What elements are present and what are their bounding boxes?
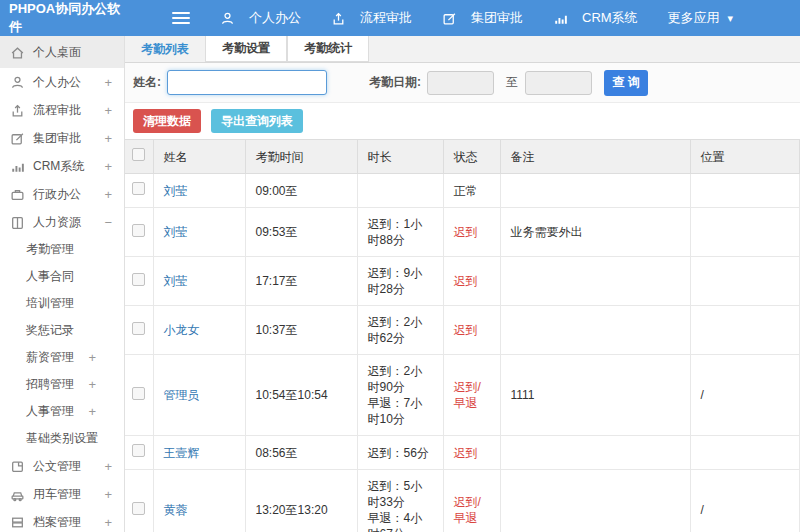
clean-data-button[interactable]: 清理数据 bbox=[133, 109, 201, 133]
nav-item-workflow-approval[interactable]: 流程审批 bbox=[331, 9, 412, 27]
expand-toggle[interactable]: + bbox=[104, 187, 112, 202]
sidebar-item-crm[interactable]: CRM系统 + bbox=[0, 152, 124, 180]
car-icon bbox=[10, 487, 25, 502]
sidebar-item-label: 公文管理 bbox=[33, 458, 81, 475]
col-header-name: 姓名 bbox=[153, 140, 245, 174]
query-button[interactable]: 查 询 bbox=[604, 70, 648, 96]
action-bar: 清理数据 导出查询列表 bbox=[125, 103, 800, 139]
sidebar-subitem-recruit-mgmt[interactable]: 招聘管理 + bbox=[0, 371, 124, 398]
sidebar-item-label: 集团审批 bbox=[33, 130, 81, 147]
status: 迟到 bbox=[443, 436, 500, 470]
sidebar-item-archive-mgmt[interactable]: 档案管理 + bbox=[0, 508, 124, 532]
nav-item-label: 更多应用 bbox=[668, 9, 720, 27]
nav-item-label: 个人办公 bbox=[249, 9, 301, 27]
sidebar-subitem-attendance-mgmt[interactable]: 考勤管理 bbox=[0, 236, 124, 263]
col-header-status: 状态 bbox=[443, 140, 500, 174]
row-checkbox[interactable] bbox=[132, 444, 145, 457]
employee-name-link[interactable]: 小龙女 bbox=[164, 323, 200, 337]
row-checkbox[interactable] bbox=[132, 224, 145, 237]
employee-name-link[interactable]: 管理员 bbox=[164, 388, 200, 402]
sidebar-item-label: 流程审批 bbox=[33, 102, 81, 119]
expand-toggle[interactable]: + bbox=[104, 75, 112, 90]
col-header-duration: 时长 bbox=[357, 140, 443, 174]
expand-toggle[interactable]: + bbox=[104, 159, 112, 174]
expand-toggle[interactable]: + bbox=[104, 515, 112, 530]
tab-attendance-stats[interactable]: 考勤统计 bbox=[287, 36, 369, 62]
sidebar-subitem-personnel-mgmt[interactable]: 人事管理 + bbox=[0, 398, 124, 425]
col-header-note: 备注 bbox=[500, 140, 690, 174]
employee-name-link[interactable]: 黄蓉 bbox=[164, 503, 188, 517]
select-all-checkbox[interactable] bbox=[132, 148, 145, 161]
expand-toggle[interactable]: + bbox=[104, 459, 112, 474]
sidebar-item-vehicle-mgmt[interactable]: 用车管理 + bbox=[0, 480, 124, 508]
expand-toggle[interactable]: + bbox=[88, 431, 96, 446]
nav-item-group-approval[interactable]: 集团审批 bbox=[442, 9, 523, 27]
attendance-time: 09:53至 bbox=[245, 208, 357, 257]
sidebar-item-workflow-approval[interactable]: 流程审批 + bbox=[0, 96, 124, 124]
nav-item-label: CRM系统 bbox=[582, 9, 638, 27]
table-row: 刘莹 09:53至 迟到：1小时88分 迟到 业务需要外出 bbox=[125, 208, 800, 257]
table-row: 刘莹 09:00至 正常 bbox=[125, 174, 800, 208]
expand-toggle[interactable]: + bbox=[88, 350, 96, 365]
sidebar-subitem-base-category-settings[interactable]: 基础类别设置 + bbox=[0, 425, 124, 452]
employee-name-link[interactable]: 刘莹 bbox=[164, 225, 188, 239]
employee-name-link[interactable]: 刘莹 bbox=[164, 274, 188, 288]
expand-toggle[interactable]: + bbox=[88, 404, 96, 419]
content-area: 考勤列表 考勤设置 考勤统计 姓名: 考勤日期: 至 查 询 清理数据 导出查询… bbox=[125, 36, 800, 532]
collapse-toggle[interactable]: − bbox=[104, 215, 112, 230]
tab-strip: 考勤列表 考勤设置 考勤统计 bbox=[125, 36, 800, 63]
tab-attendance-list[interactable]: 考勤列表 bbox=[125, 36, 205, 62]
row-checkbox[interactable] bbox=[132, 322, 145, 335]
hr-submenu: 考勤管理 人事合同 培训管理 奖惩记录 薪资管理 + bbox=[0, 236, 124, 452]
filter-bar: 姓名: 考勤日期: 至 查 询 bbox=[125, 63, 800, 103]
employee-name-link[interactable]: 王壹辉 bbox=[164, 446, 200, 460]
sidebar-subitem-training-mgmt[interactable]: 培训管理 bbox=[0, 290, 124, 317]
sidebar-item-group-approval[interactable]: 集团审批 + bbox=[0, 124, 124, 152]
sidebar-subitem-salary-mgmt[interactable]: 薪资管理 + bbox=[0, 344, 124, 371]
sidebar-item-personal-desktop[interactable]: 个人桌面 bbox=[0, 36, 124, 68]
export-list-button[interactable]: 导出查询列表 bbox=[211, 109, 303, 133]
sidebar-item-personal-office[interactable]: 个人办公 + bbox=[0, 68, 124, 96]
duration: 迟到：9小时28分 bbox=[357, 257, 443, 306]
workflow-icon bbox=[331, 11, 346, 26]
to-label: 至 bbox=[506, 74, 518, 91]
row-checkbox[interactable] bbox=[132, 502, 145, 515]
status: 迟到 bbox=[443, 257, 500, 306]
duration: 迟到：2小时90分早退：7小时10分 bbox=[357, 355, 443, 436]
hamburger-menu-icon[interactable] bbox=[172, 12, 190, 24]
edit-icon bbox=[10, 131, 25, 146]
expand-toggle[interactable]: + bbox=[104, 487, 112, 502]
bar-chart-icon bbox=[10, 159, 25, 174]
attendance-table: 姓名 考勤时间 时长 状态 备注 位置 刘莹 09:00至 bbox=[125, 139, 800, 532]
sidebar-subitem-reward-records[interactable]: 奖惩记录 bbox=[0, 317, 124, 344]
employee-name-link[interactable]: 刘莹 bbox=[164, 184, 188, 198]
nav-item-crm[interactable]: CRM系统 bbox=[553, 9, 638, 27]
tab-attendance-settings[interactable]: 考勤设置 bbox=[205, 36, 287, 62]
row-checkbox[interactable] bbox=[132, 182, 145, 195]
sidebar-item-document-mgmt[interactable]: 公文管理 + bbox=[0, 452, 124, 480]
status: 迟到 bbox=[443, 208, 500, 257]
briefcase-icon bbox=[10, 187, 25, 202]
nav-item-more-apps[interactable]: 更多应用 ▾ bbox=[668, 9, 734, 27]
sidebar-item-label: 个人办公 bbox=[33, 74, 81, 91]
date-to-input[interactable] bbox=[525, 71, 592, 95]
bar-chart-icon bbox=[553, 11, 568, 26]
expand-toggle[interactable]: + bbox=[88, 377, 96, 392]
sidebar-item-label: 行政办公 bbox=[33, 186, 81, 203]
date-from-input[interactable] bbox=[427, 71, 494, 95]
row-checkbox[interactable] bbox=[132, 387, 145, 400]
duration: 迟到：5小时33分早退：4小时67分 bbox=[357, 470, 443, 532]
row-checkbox[interactable] bbox=[132, 273, 145, 286]
name-input[interactable] bbox=[167, 70, 327, 95]
expand-toggle[interactable]: + bbox=[104, 131, 112, 146]
nav-item-personal-office[interactable]: 个人办公 bbox=[220, 9, 301, 27]
status: 迟到 bbox=[443, 306, 500, 355]
sidebar-item-admin-office[interactable]: 行政办公 + bbox=[0, 180, 124, 208]
sidebar-subitem-label: 人事管理 bbox=[26, 403, 74, 420]
note bbox=[500, 174, 690, 208]
attendance-time: 10:37至 bbox=[245, 306, 357, 355]
expand-toggle[interactable]: + bbox=[104, 103, 112, 118]
sidebar-subitem-hr-contract[interactable]: 人事合同 bbox=[0, 263, 124, 290]
sidebar-item-human-resources[interactable]: 人力资源 − bbox=[0, 208, 124, 236]
archive-icon bbox=[10, 515, 25, 530]
